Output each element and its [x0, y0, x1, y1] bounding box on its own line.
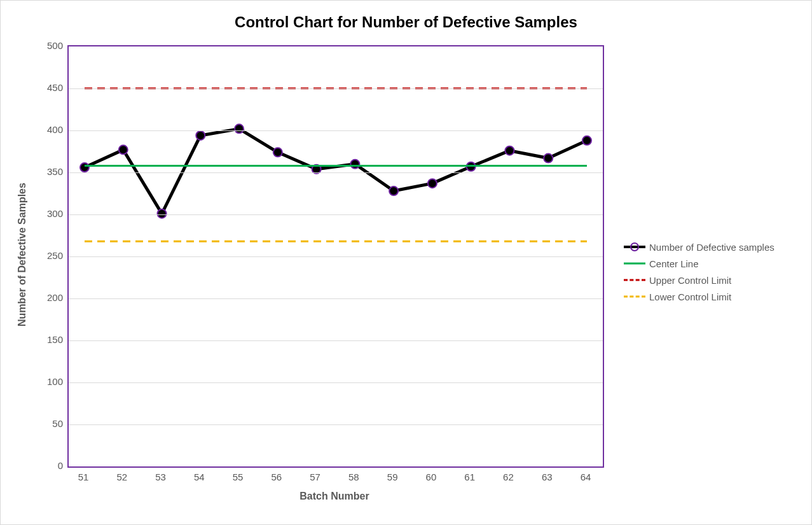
x-tick-label: 53: [148, 472, 174, 482]
legend-item: Upper Control Limit: [624, 274, 774, 286]
data-marker: [350, 160, 359, 169]
y-tick-label: 500: [38, 40, 63, 51]
x-tick-label: 63: [534, 472, 560, 482]
gridline: [69, 172, 603, 173]
legend-label: Number of Defective samples: [649, 242, 774, 253]
legend-label: Lower Control Limit: [649, 291, 731, 302]
data-marker: [235, 124, 244, 133]
data-marker: [582, 136, 591, 145]
x-tick-label: 52: [109, 472, 135, 482]
y-tick-label: 0: [38, 460, 63, 471]
y-tick-label: 400: [38, 124, 63, 135]
legend-item: Center Line: [624, 258, 774, 269]
data-marker: [158, 209, 167, 218]
legend-line-icon: [624, 279, 645, 281]
chart-title: Control Chart for Number of Defective Sa…: [1, 13, 811, 31]
legend: Number of Defective samplesCenter LineUp…: [624, 236, 774, 307]
data-marker: [505, 146, 514, 155]
plot-area: [67, 45, 604, 468]
x-tick-label: 54: [186, 472, 212, 482]
x-tick-label: 59: [380, 472, 405, 482]
x-tick-label: 56: [264, 472, 289, 482]
y-tick-label: 450: [38, 82, 63, 93]
legend-swatch: [624, 291, 645, 302]
gridline: [69, 130, 603, 131]
gridline: [69, 88, 603, 89]
x-tick-label: 60: [418, 472, 444, 482]
y-axis-label: Number of Defective Samples: [17, 178, 28, 331]
gridline: [69, 424, 603, 425]
x-tick-label: 61: [457, 472, 483, 482]
x-tick-label: 55: [225, 472, 251, 482]
data-marker: [428, 179, 437, 188]
y-tick-label: 150: [38, 334, 63, 345]
gridline: [69, 298, 603, 299]
series-line: [85, 129, 587, 213]
y-tick-label: 100: [38, 376, 63, 387]
data-marker: [196, 131, 205, 140]
y-tick-label: 250: [38, 250, 63, 261]
legend-swatch: [624, 274, 645, 286]
data-marker: [389, 186, 398, 195]
legend-marker-icon: [630, 242, 639, 251]
x-tick-label: 57: [303, 472, 328, 482]
data-marker: [273, 148, 282, 157]
data-marker: [80, 163, 89, 172]
x-tick-label: 58: [341, 472, 366, 482]
legend-item: Lower Control Limit: [624, 291, 774, 302]
legend-label: Upper Control Limit: [649, 275, 731, 286]
y-tick-label: 300: [38, 208, 63, 219]
gridline: [69, 340, 603, 341]
y-tick-label: 50: [38, 418, 63, 429]
legend-item: Number of Defective samples: [624, 241, 774, 253]
chart-container: Control Chart for Number of Defective Sa…: [0, 0, 812, 525]
x-tick-label: 64: [573, 472, 598, 482]
legend-line-icon: [624, 263, 645, 265]
gridline: [69, 256, 603, 257]
x-axis-label: Batch Number: [67, 491, 602, 502]
data-marker: [119, 145, 128, 154]
legend-swatch: [624, 241, 645, 253]
x-tick-label: 51: [71, 472, 96, 482]
x-tick-label: 62: [495, 472, 521, 482]
gridline: [69, 214, 603, 215]
gridline: [69, 382, 603, 383]
legend-swatch: [624, 258, 645, 269]
data-marker: [544, 154, 553, 163]
legend-line-icon: [624, 296, 645, 298]
y-tick-label: 350: [38, 166, 63, 177]
legend-label: Center Line: [649, 258, 699, 269]
y-tick-label: 200: [38, 292, 63, 303]
